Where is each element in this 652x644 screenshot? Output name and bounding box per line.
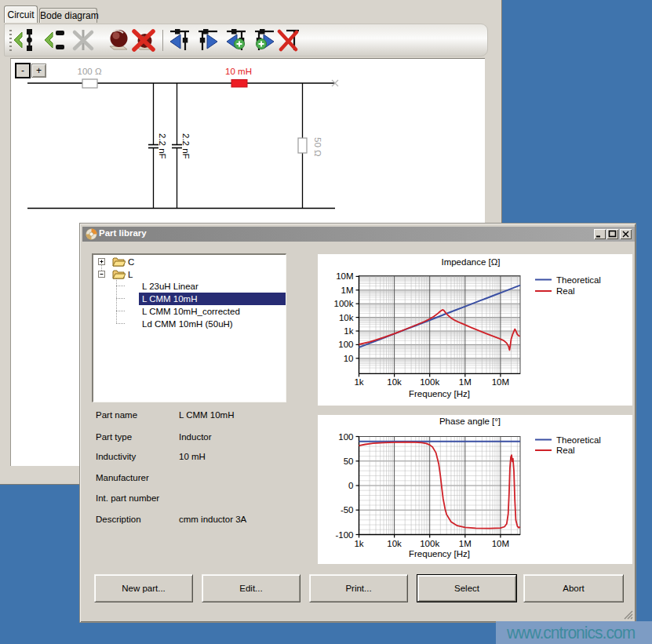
svg-text:1M: 1M — [341, 286, 354, 295]
svg-text:10M: 10M — [492, 539, 509, 548]
svg-text:10k: 10k — [387, 539, 402, 548]
svg-text:10k: 10k — [339, 313, 354, 322]
svg-text:10M: 10M — [492, 377, 509, 387]
svg-text:1k: 1k — [354, 539, 363, 548]
svg-text:1M: 1M — [459, 539, 472, 548]
svg-text:Frequency [Hz]: Frequency [Hz] — [409, 549, 470, 558]
svg-text:Real: Real — [556, 286, 575, 296]
svg-text:100 Ω: 100 Ω — [78, 67, 102, 76]
svg-text:2.2 nF: 2.2 nF — [158, 133, 167, 159]
svg-text:Theoretical: Theoretical — [556, 435, 601, 445]
svg-text:50 Ω: 50 Ω — [313, 137, 322, 157]
svg-text:10k: 10k — [387, 377, 402, 387]
svg-text:0: 0 — [348, 481, 353, 490]
svg-text:100: 100 — [338, 432, 353, 442]
svg-text:10: 10 — [344, 354, 354, 363]
svg-text:Impedance [Ω]: Impedance [Ω] — [441, 257, 500, 267]
svg-text:100k: 100k — [420, 539, 439, 548]
svg-text:100: 100 — [338, 340, 353, 349]
svg-text:Real: Real — [556, 446, 575, 455]
svg-text:2.2 nF: 2.2 nF — [181, 133, 191, 159]
svg-text:1k: 1k — [354, 377, 363, 387]
svg-text:Theoretical: Theoretical — [556, 275, 601, 285]
svg-text:100k: 100k — [334, 299, 354, 308]
svg-text:Frequency [Hz]: Frequency [Hz] — [409, 389, 470, 398]
svg-text:10M: 10M — [336, 271, 353, 281]
svg-text:1k: 1k — [344, 326, 353, 336]
svg-text:-100: -100 — [335, 530, 353, 540]
svg-text:100k: 100k — [420, 377, 439, 387]
svg-text:-50: -50 — [341, 505, 354, 515]
svg-text:Phase angle [°]: Phase angle [°] — [439, 417, 501, 426]
svg-text:1M: 1M — [459, 377, 472, 387]
svg-text:10 mH: 10 mH — [225, 67, 252, 76]
svg-text:50: 50 — [344, 457, 354, 466]
